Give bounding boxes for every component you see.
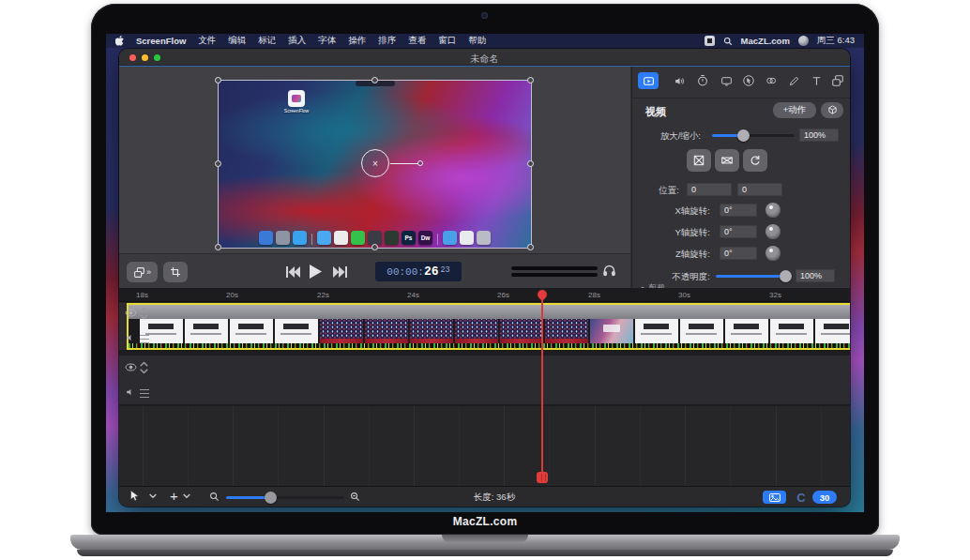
3d-cube-button[interactable] — [821, 102, 843, 118]
skip-forward-button[interactable] — [333, 266, 347, 278]
selection-handle[interactable] — [527, 244, 534, 250]
crop-tool-button[interactable] — [163, 262, 188, 282]
rotation-x-knob[interactable] — [765, 203, 781, 218]
dock-icon-photoshop[interactable]: Ps — [402, 231, 416, 245]
menu-item[interactable]: 操作 — [348, 35, 366, 47]
tab-video-icon[interactable] — [638, 72, 659, 89]
menu-item[interactable]: 帮助 — [468, 35, 486, 47]
playhead-line[interactable] — [541, 295, 543, 476]
tab-media-icon[interactable] — [827, 72, 848, 89]
input-source-icon[interactable] — [705, 36, 715, 46]
selection-handle[interactable] — [215, 77, 221, 83]
snapping-magnet-icon[interactable]: C — [794, 490, 809, 505]
selection-handle[interactable] — [371, 77, 378, 83]
screenshot-export-button[interactable] — [763, 491, 786, 504]
menu-item[interactable]: 窗口 — [438, 35, 456, 47]
media-library-button[interactable]: » — [127, 262, 158, 282]
tab-screen-icon[interactable] — [716, 72, 736, 89]
track-visibility-eye-icon[interactable] — [125, 363, 137, 371]
menu-item[interactable]: 排序 — [378, 35, 396, 47]
pointer-tool-chevron[interactable] — [149, 493, 157, 499]
selection-handle[interactable] — [527, 77, 534, 83]
timeline-ruler[interactable]: 18s20s22s24s26s28s30s32s — [119, 288, 850, 302]
dock-icon-folder[interactable] — [443, 231, 457, 245]
headphone-monitor-icon[interactable] — [602, 264, 616, 278]
tab-text-icon[interactable] — [806, 72, 826, 89]
dock-icon-wechat[interactable] — [351, 231, 365, 245]
menu-site-text[interactable]: MacZL.com — [741, 36, 790, 46]
track-chevron-down-icon[interactable] — [140, 369, 148, 374]
spotlight-search-icon[interactable] — [723, 37, 733, 46]
dock-icon-utility[interactable] — [368, 231, 382, 245]
selection-handle[interactable] — [527, 160, 534, 167]
add-action-button[interactable]: +动作 — [773, 102, 816, 118]
dock-icon-dreamweaver[interactable]: Dw — [418, 231, 432, 245]
rotation-y-knob[interactable] — [765, 224, 781, 239]
opacity-slider[interactable] — [716, 275, 791, 278]
playhead-handle[interactable] — [537, 472, 548, 483]
scale-slider[interactable] — [712, 134, 795, 137]
dock-icon-trash[interactable] — [477, 231, 491, 245]
dock-icon-safari[interactable] — [293, 231, 307, 245]
tab-audio-icon[interactable] — [669, 72, 690, 89]
rotation-center-control[interactable]: × — [361, 149, 389, 177]
dock-icon-chrome[interactable] — [334, 231, 348, 245]
track-visibility-eye-icon[interactable] — [125, 309, 137, 317]
skip-back-button[interactable] — [286, 266, 300, 278]
dock-icon-launchpad[interactable] — [276, 231, 290, 245]
add-media-button[interactable]: + — [170, 488, 178, 504]
apple-menu-icon[interactable] — [115, 36, 124, 46]
editing-canvas[interactable]: ScreenFlow × PsDw — [119, 67, 630, 253]
play-button[interactable] — [310, 265, 322, 279]
video-clip[interactable] — [127, 303, 850, 350]
menu-item[interactable]: 插入 — [288, 35, 306, 47]
add-media-chevron[interactable] — [183, 493, 190, 499]
track-2-row[interactable] — [119, 356, 850, 404]
track-chevron-down-icon[interactable] — [140, 314, 148, 320]
opacity-value-field[interactable]: 100% — [796, 269, 835, 282]
zoom-in-icon[interactable] — [350, 492, 360, 502]
menu-app-name[interactable]: ScreenFlow — [136, 36, 186, 46]
menu-clock[interactable]: 周三 6:43 — [817, 35, 855, 47]
pointer-tool-button[interactable] — [129, 490, 140, 503]
tab-annotate-icon[interactable] — [783, 72, 804, 89]
video-preview[interactable]: ScreenFlow × PsDw — [218, 80, 532, 249]
tab-touch-icon[interactable] — [761, 72, 781, 89]
rotation-handle[interactable] — [417, 160, 423, 166]
menu-status-icon[interactable] — [798, 36, 809, 46]
track-grip-handle[interactable] — [140, 335, 149, 343]
track-chevron-up-icon[interactable] — [140, 361, 148, 367]
selection-handle[interactable] — [371, 244, 378, 250]
track-mute-speaker-icon[interactable] — [126, 333, 135, 342]
dock-icon-screenshot[interactable] — [460, 231, 474, 245]
position-x-field[interactable]: 0 — [687, 183, 732, 196]
menu-item[interactable]: 编辑 — [228, 35, 246, 47]
dock-icon-twitter[interactable] — [317, 231, 331, 245]
tab-timing-icon[interactable] — [692, 72, 713, 89]
rotation-z-field[interactable]: 0° — [720, 247, 757, 260]
track-chevron-up-icon[interactable] — [140, 307, 148, 312]
selection-handle[interactable] — [215, 160, 221, 167]
timeline[interactable]: 18s20s22s24s26s28s30s32s — [119, 288, 850, 486]
rotation-z-knob[interactable] — [765, 246, 781, 261]
dock-icon-finder[interactable] — [259, 231, 273, 245]
menu-item[interactable]: 标记 — [258, 35, 276, 47]
fps-badge[interactable]: 30 — [812, 491, 837, 504]
scale-value-field[interactable]: 100% — [799, 129, 839, 142]
selection-handle[interactable] — [215, 244, 221, 250]
menu-item[interactable]: 查看 — [408, 35, 426, 47]
timeline-zoom-slider[interactable] — [226, 496, 344, 499]
menu-item[interactable]: 字体 — [318, 35, 336, 47]
position-y-field[interactable]: 0 — [737, 183, 782, 196]
menu-item[interactable]: 文件 — [198, 35, 216, 47]
tab-callout-icon[interactable] — [738, 72, 759, 89]
track-mute-speaker-icon[interactable] — [126, 387, 135, 397]
zoom-out-icon[interactable] — [209, 492, 220, 502]
dock-icon-wallet[interactable] — [385, 231, 399, 245]
track-grip-handle[interactable] — [140, 389, 149, 398]
flip-horizontal-button[interactable] — [687, 149, 711, 172]
reset-rotation-button[interactable] — [743, 149, 767, 172]
rotation-x-field[interactable]: 0° — [720, 204, 757, 217]
rotation-y-field[interactable]: 0° — [720, 225, 757, 238]
flip-vertical-button[interactable] — [715, 149, 739, 172]
